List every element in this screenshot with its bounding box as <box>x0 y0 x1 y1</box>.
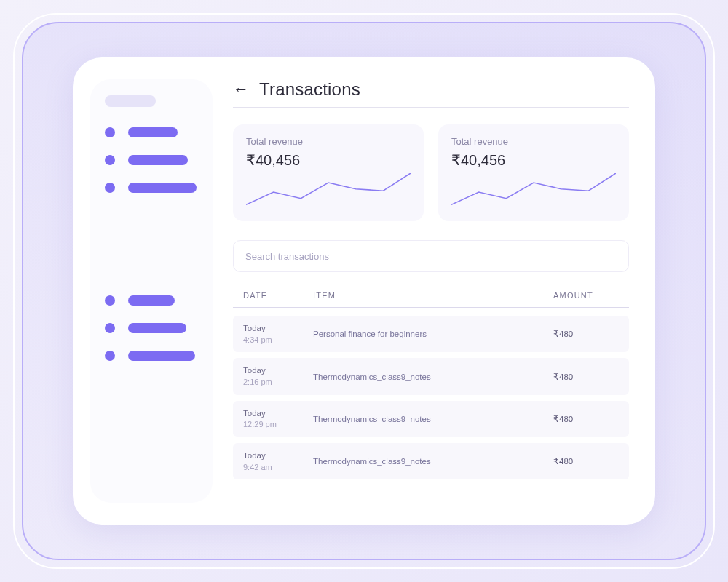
sidebar-dot-icon <box>105 351 115 361</box>
sidebar-item-5[interactable] <box>105 323 198 333</box>
revenue-card-1: Total revenue ₹40,456 <box>233 124 424 221</box>
sidebar-dot-icon <box>105 183 115 193</box>
sparkline-path <box>246 173 411 204</box>
cell-item: Personal finance for beginners <box>313 330 553 338</box>
sidebar-label-placeholder <box>128 127 178 137</box>
main-content: ← Transactions Total revenue ₹40,456 Tot… <box>233 79 629 503</box>
sidebar-dot-icon <box>105 323 115 333</box>
table-body: Today4:34 pmPersonal finance for beginne… <box>233 316 629 485</box>
card-label: Total revenue <box>451 136 616 147</box>
sidebar-label-placeholder <box>128 155 188 165</box>
sidebar-label-placeholder <box>128 183 197 193</box>
sidebar-item-2[interactable] <box>105 155 198 165</box>
table-row[interactable]: Today2:16 pmThermodynamics_class9_notes₹… <box>233 358 629 394</box>
sparkline-chart <box>451 173 616 211</box>
date-primary: Today <box>243 450 313 462</box>
cell-item: Thermodynamics_class9_notes <box>313 372 553 381</box>
page-title: Transactions <box>259 79 360 100</box>
cell-item: Thermodynamics_class9_notes <box>313 415 553 423</box>
table-row[interactable]: Today12:29 pmThermodynamics_class9_notes… <box>233 401 629 437</box>
page-header: ← Transactions <box>233 79 629 108</box>
cell-item: Thermodynamics_class9_notes <box>313 457 553 466</box>
col-header-amount: AMOUNT <box>553 291 619 300</box>
card-label: Total revenue <box>246 136 411 147</box>
cell-amount: ₹480 <box>553 456 619 466</box>
revenue-card-2: Total revenue ₹40,456 <box>438 124 629 221</box>
date-secondary: 9:42 am <box>243 462 313 473</box>
sidebar-item-6[interactable] <box>105 351 198 361</box>
sidebar-title-placeholder <box>105 95 156 107</box>
card-value: ₹40,456 <box>246 151 411 169</box>
sidebar-dot-icon <box>105 127 115 137</box>
sidebar-label-placeholder <box>128 295 175 306</box>
sidebar-label-placeholder <box>128 323 186 333</box>
sidebar-item-1[interactable] <box>105 127 198 137</box>
cell-date: Today9:42 am <box>243 450 313 472</box>
date-secondary: 4:34 pm <box>243 335 313 346</box>
table-row[interactable]: Today4:34 pmPersonal finance for beginne… <box>233 316 629 352</box>
search-input[interactable] <box>245 251 617 262</box>
sidebar-dot-icon <box>105 155 115 165</box>
sparkline-path <box>451 173 616 204</box>
cell-date: Today4:34 pm <box>243 323 313 345</box>
sidebar-label-placeholder <box>128 351 195 361</box>
cell-date: Today2:16 pm <box>243 365 313 387</box>
cell-amount: ₹480 <box>553 414 619 424</box>
sidebar-item-4[interactable] <box>105 295 198 306</box>
sidebar-divider <box>105 215 198 215</box>
cell-date: Today12:29 pm <box>243 408 313 430</box>
date-primary: Today <box>243 323 313 335</box>
card-value: ₹40,456 <box>451 151 616 169</box>
date-secondary: 2:16 pm <box>243 377 313 388</box>
date-primary: Today <box>243 365 313 377</box>
cell-amount: ₹480 <box>553 329 619 339</box>
app-panel: ← Transactions Total revenue ₹40,456 Tot… <box>73 57 655 525</box>
search-container <box>233 240 629 272</box>
sparkline-chart <box>246 173 411 211</box>
stat-cards: Total revenue ₹40,456 Total revenue ₹40,… <box>233 124 629 221</box>
date-secondary: 12:29 pm <box>243 419 313 430</box>
table-row[interactable]: Today9:42 amThermodynamics_class9_notes₹… <box>233 443 629 479</box>
sidebar-dot-icon <box>105 295 115 306</box>
sidebar <box>90 79 213 503</box>
date-primary: Today <box>243 408 313 420</box>
col-header-item: ITEM <box>313 291 553 300</box>
back-arrow-icon[interactable]: ← <box>233 81 249 97</box>
cell-amount: ₹480 <box>553 372 619 382</box>
table-header: DATE ITEM AMOUNT <box>233 291 629 308</box>
sidebar-item-3[interactable] <box>105 183 198 193</box>
col-header-date: DATE <box>243 291 313 300</box>
